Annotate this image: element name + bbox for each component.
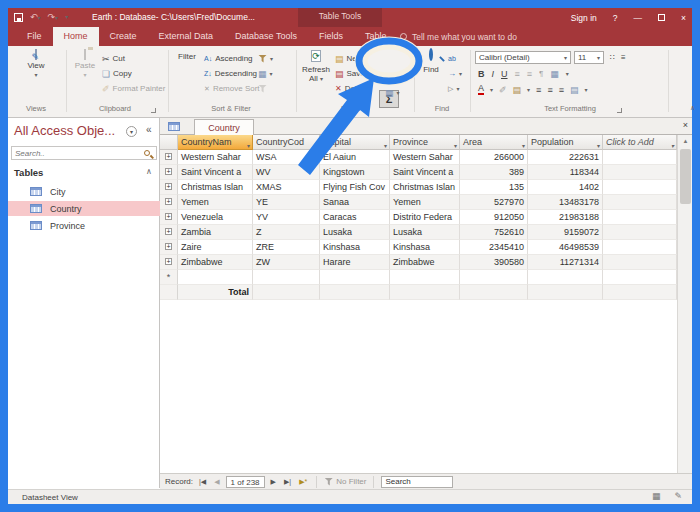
highlight-button[interactable]: ✐ xyxy=(499,85,507,95)
refresh-all-button[interactable]: ⟳ RefreshAll ▾ xyxy=(299,50,333,84)
table-cell[interactable]: Flying Fish Cov xyxy=(320,180,390,195)
table-cell[interactable]: Saint Vincent a xyxy=(390,165,460,180)
tab-fields[interactable]: Fields xyxy=(308,27,354,46)
copy-button[interactable]: ❏Copy xyxy=(102,67,132,80)
replace-button[interactable]: ab xyxy=(448,52,456,65)
new-record-selector[interactable]: * xyxy=(160,270,178,285)
find-button[interactable]: Find xyxy=(417,50,445,74)
alternate-row-color-button[interactable]: ▤ xyxy=(570,85,579,95)
undo-icon[interactable]: ↶▾ xyxy=(30,11,41,25)
table-cell[interactable]: 752610 xyxy=(460,225,528,240)
font-color-button[interactable]: A xyxy=(478,84,484,95)
total-row-cell[interactable] xyxy=(390,285,460,300)
design-view-icon[interactable]: ✎ xyxy=(674,491,682,501)
new-record-cell[interactable] xyxy=(390,270,460,285)
table-cell[interactable]: Lusaka xyxy=(320,225,390,240)
decrease-indent-icon[interactable]: ≡ xyxy=(515,69,520,79)
list-buttons[interactable]: ∷≡ xyxy=(610,51,626,64)
table-cell[interactable]: Yemen xyxy=(390,195,460,210)
expand-row-icon[interactable]: + xyxy=(165,213,172,220)
clipboard-dialog-launcher-icon[interactable] xyxy=(151,108,156,113)
previous-record-button[interactable]: ◀ xyxy=(212,478,221,486)
new-record-cell[interactable] xyxy=(460,270,528,285)
row-selector[interactable]: + xyxy=(160,165,178,180)
scroll-up-icon[interactable]: ▲ xyxy=(678,135,692,148)
new-record-cell[interactable] xyxy=(253,270,320,285)
expand-row-icon[interactable]: + xyxy=(165,228,172,235)
bold-button[interactable]: B xyxy=(478,69,485,79)
table-cell[interactable]: Kinshasa xyxy=(390,240,460,255)
table-cell[interactable] xyxy=(603,240,677,255)
expand-row-icon[interactable]: + xyxy=(165,243,172,250)
table-cell[interactable]: XMAS xyxy=(253,180,320,195)
table-cell[interactable]: 46498539 xyxy=(528,240,603,255)
table-cell[interactable] xyxy=(603,195,677,210)
table-cell[interactable] xyxy=(603,150,677,165)
new-record-button[interactable]: ▤New xyxy=(335,52,363,65)
table-cell[interactable]: Z xyxy=(253,225,320,240)
expand-row-icon[interactable]: + xyxy=(165,153,172,160)
scrollbar-thumb[interactable] xyxy=(680,149,691,204)
table-cell[interactable]: Western Sahar xyxy=(178,150,253,165)
table-cell[interactable] xyxy=(603,210,677,225)
column-header-capital[interactable]: Capital▾ xyxy=(320,135,390,150)
table-cell[interactable]: 1402 xyxy=(528,180,603,195)
format-painter-button[interactable]: ✐Format Painter xyxy=(102,82,165,95)
table-cell[interactable]: ZRE xyxy=(253,240,320,255)
close-document-icon[interactable]: × xyxy=(683,120,688,130)
increase-indent-icon[interactable]: ≡ xyxy=(527,69,532,79)
table-cell[interactable]: 222631 xyxy=(528,150,603,165)
table-cell[interactable]: Distrito Federa xyxy=(390,210,460,225)
expand-row-icon[interactable]: + xyxy=(165,183,172,190)
new-record-cell[interactable] xyxy=(528,270,603,285)
table-cell[interactable]: Christmas Islan xyxy=(178,180,253,195)
document-tab-country[interactable]: Country xyxy=(194,119,254,136)
table-cell[interactable]: WSA xyxy=(253,150,320,165)
table-cell[interactable]: ZW xyxy=(253,255,320,270)
tell-me-box[interactable]: Tell me what you want to do xyxy=(400,27,517,46)
delete-record-button[interactable]: ✕Delete xyxy=(335,82,368,95)
italic-button[interactable]: I xyxy=(492,69,495,79)
nav-search-icon[interactable] xyxy=(144,150,150,156)
datasheet-view-icon[interactable]: ▦ xyxy=(652,491,661,501)
tab-create[interactable]: Create xyxy=(99,27,148,46)
gridlines-icon[interactable]: ▦ xyxy=(550,69,559,79)
tab-table[interactable]: Table xyxy=(354,27,398,46)
nav-menu-icon[interactable]: ▾ xyxy=(126,126,137,137)
table-cell[interactable]: Sanaa xyxy=(320,195,390,210)
column-header-countryname[interactable]: CountryNam▾ xyxy=(178,135,253,150)
close-button[interactable]: × xyxy=(681,13,686,23)
filter-button[interactable]: Filter xyxy=(172,50,202,61)
column-header-area[interactable]: Area▾ xyxy=(460,135,528,150)
table-cell[interactable]: 13483178 xyxy=(528,195,603,210)
sort-descending-button[interactable]: Z↓Descending xyxy=(204,67,257,80)
table-cell[interactable]: YV xyxy=(253,210,320,225)
table-cell[interactable]: Yemen xyxy=(178,195,253,210)
tab-external-data[interactable]: External Data xyxy=(148,27,225,46)
table-cell[interactable]: YE xyxy=(253,195,320,210)
table-cell[interactable]: Saint Vincent a xyxy=(178,165,253,180)
shutter-bar-close-icon[interactable]: « xyxy=(146,124,152,135)
table-cell[interactable]: 21983188 xyxy=(528,210,603,225)
row-selector[interactable]: + xyxy=(160,240,178,255)
toggle-filter-button[interactable] xyxy=(258,82,267,95)
first-record-button[interactable]: |◀ xyxy=(197,478,208,486)
table-cell[interactable]: Venezuela xyxy=(178,210,253,225)
table-cell[interactable]: 118344 xyxy=(528,165,603,180)
numbering-icon[interactable]: ≡ xyxy=(621,53,626,62)
table-cell[interactable]: 135 xyxy=(460,180,528,195)
tables-collapse-icon[interactable]: ∧ xyxy=(146,167,152,176)
font-name-select[interactable]: Calibri (Detail)▾ xyxy=(475,51,571,64)
table-cell[interactable]: Caracas xyxy=(320,210,390,225)
fill-color-button[interactable]: ▤ xyxy=(513,85,522,95)
total-row-cell[interactable] xyxy=(253,285,320,300)
row-selector[interactable]: + xyxy=(160,255,178,270)
table-cell[interactable]: 912050 xyxy=(460,210,528,225)
total-row-cell[interactable] xyxy=(460,285,528,300)
table-cell[interactable]: 390580 xyxy=(460,255,528,270)
record-search-input[interactable] xyxy=(381,476,453,488)
table-cell[interactable]: 11271314 xyxy=(528,255,603,270)
table-cell[interactable]: WV xyxy=(253,165,320,180)
new-record-cell[interactable] xyxy=(320,270,390,285)
column-header-province[interactable]: Province▾ xyxy=(390,135,460,150)
